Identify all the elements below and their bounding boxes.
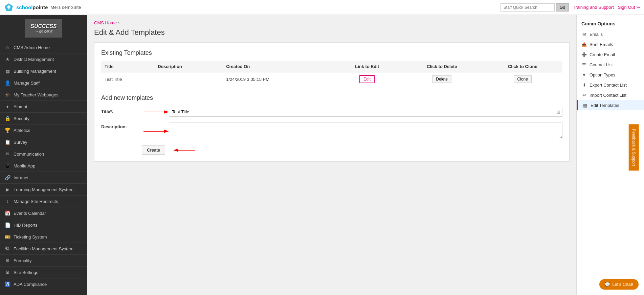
rp-label-sent-emails: Sent Emails xyxy=(590,42,613,47)
create-button[interactable]: Create xyxy=(142,145,165,155)
lms-icon: ▶ xyxy=(5,187,10,192)
sidebar-item-label-ada-compliance: ADA Compliance xyxy=(14,282,47,287)
rp-label-edit-templates: Edit Templates xyxy=(591,103,619,108)
sidebar-item-facilities-management[interactable]: 🏗Facilities Management System xyxy=(0,243,87,255)
events-calendar-icon: 📅 xyxy=(5,210,10,216)
sidebar-item-manage-staff[interactable]: 👤Manage Staff xyxy=(0,77,87,89)
sidebar-item-site-settings[interactable]: ⚙Site Settings xyxy=(0,267,87,278)
sidebar-item-mobile-app[interactable]: 📱Mobile App xyxy=(0,160,87,172)
my-teacher-webpages-icon: 🎓 xyxy=(5,92,10,97)
clone-button[interactable]: Clone xyxy=(514,75,532,83)
ada-compliance-icon: ♿ xyxy=(5,281,10,287)
sidebar-item-label-formality: Formality xyxy=(14,258,31,263)
row-title: Test Title xyxy=(101,72,154,86)
signout-link[interactable]: Sign Out xyxy=(618,5,640,10)
chat-label: Let's Chat! xyxy=(612,282,633,287)
export-contact-list-rp-icon: ⬇ xyxy=(581,82,587,88)
feedback-tab[interactable]: Feedback & Support xyxy=(628,124,639,171)
sidebar-item-communication[interactable]: ✉Communication xyxy=(0,148,87,160)
go-button[interactable]: Go xyxy=(556,3,569,12)
table-row: Test Title 1/24/2019 3:05:15 PM Edit Del… xyxy=(101,72,562,86)
edit-templates-rp-icon: ▦ xyxy=(582,103,588,108)
search-input[interactable] xyxy=(501,3,555,12)
svg-marker-8 xyxy=(173,149,178,152)
sidebar-item-survey[interactable]: 📋Survey xyxy=(0,136,87,148)
sidebar-item-my-teacher-webpages[interactable]: 🎓My Teacher Webpages xyxy=(0,89,87,101)
breadcrumb-separator: › xyxy=(118,20,119,25)
sidebar-item-lms[interactable]: ▶Learning Management System xyxy=(0,184,87,196)
live-chat-button[interactable]: 💬 Let's Chat! xyxy=(599,279,639,290)
right-panel-item-create-email[interactable]: ➕Create Email xyxy=(577,49,644,60)
facilities-management-icon: 🏗 xyxy=(5,246,10,251)
sidebar-item-building-management[interactable]: ▦Building Management xyxy=(0,65,87,77)
create-button-row: Create xyxy=(101,145,562,155)
sidebar-item-label-survey: Survey xyxy=(14,140,27,145)
title-input-icon: ⊞ xyxy=(556,109,560,115)
sidebar-item-cms-admin-home[interactable]: ⌂CMS Admin Home xyxy=(0,42,87,53)
schoolpointe-logo-icon xyxy=(4,3,14,12)
sent-emails-rp-icon: 📤 xyxy=(581,42,587,47)
col-link-to-edit: Link to Edit xyxy=(333,61,401,72)
description-input[interactable] xyxy=(169,122,562,139)
right-panel-item-option-types[interactable]: ▼Option Types xyxy=(577,70,644,80)
training-support-link[interactable]: Training and Support xyxy=(573,5,614,10)
delete-button[interactable]: Delete xyxy=(432,75,451,83)
row-description xyxy=(154,72,223,86)
rp-label-import-contact-list: Import Contact List xyxy=(590,93,626,98)
content-area: CMS Home › Edit & Add Templates Existing… xyxy=(87,15,576,295)
sidebar-item-ada-compliance[interactable]: ♿ADA Compliance xyxy=(0,278,87,290)
site-name: Mel's demo site xyxy=(50,5,81,10)
title-arrow-indicator xyxy=(142,109,169,115)
sidebar-items-container: ⌂CMS Admin Home★District Management▦Buil… xyxy=(0,42,87,290)
right-panel-item-emails[interactable]: ✉Emails xyxy=(577,29,644,39)
right-panel-item-edit-templates[interactable]: ▦Edit Templates xyxy=(577,100,644,110)
right-panel-item-contact-list[interactable]: ☰Contact List xyxy=(577,60,644,70)
sidebar-item-ticketing-system[interactable]: 🎫Ticketing System xyxy=(0,231,87,243)
col-created-on: Created On xyxy=(223,61,333,72)
title-input-wrap: ⊞ xyxy=(169,107,562,117)
top-navbar: schoolpointe Mel's demo site Go Training… xyxy=(0,0,644,15)
sidebar-item-manage-site-redirects[interactable]: ↕Manage Site Redirects xyxy=(0,196,87,207)
title-input[interactable] xyxy=(169,107,562,117)
edit-button[interactable]: Edit xyxy=(359,75,375,83)
sidebar-logo-image: SUCCESS → go get it xyxy=(25,19,62,38)
sidebar-item-athletics[interactable]: 🏆Athletics xyxy=(0,124,87,136)
sidebar-item-formality[interactable]: ⚙Formality xyxy=(0,255,87,267)
sidebar-item-security[interactable]: 🔒Security xyxy=(0,113,87,124)
svg-marker-6 xyxy=(164,130,169,133)
description-input-wrap xyxy=(169,122,562,140)
svg-marker-4 xyxy=(164,110,169,114)
sidebar-item-label-building-management: Building Management xyxy=(14,69,56,74)
sidebar-item-label-facilities-management: Facilities Management System xyxy=(14,246,73,251)
right-panel-item-import-contact-list[interactable]: ↩Import Contact List xyxy=(577,90,644,100)
templates-table: Title Description Created On Link to Edi… xyxy=(101,61,562,86)
col-click-to-clone: Click to Clone xyxy=(483,61,562,72)
sidebar-item-label-site-settings: Site Settings xyxy=(14,270,38,275)
sidebar-item-label-alumni: Alumni xyxy=(14,104,27,109)
sidebar-item-label-events-calendar: Events Calendar xyxy=(14,211,46,216)
sidebar-item-label-hib-reports: HIB Reports xyxy=(14,223,38,228)
rp-label-contact-list: Contact List xyxy=(590,62,613,67)
sidebar-item-events-calendar[interactable]: 📅Events Calendar xyxy=(0,207,87,219)
building-management-icon: ▦ xyxy=(5,68,10,74)
rp-label-option-types: Option Types xyxy=(590,72,615,77)
svg-point-2 xyxy=(7,6,10,8)
sidebar-item-intranet[interactable]: 🔗Intranet xyxy=(0,172,87,184)
sidebar-item-hib-reports[interactable]: 📄HIB Reports xyxy=(0,219,87,231)
rp-label-export-contact-list: Export Contact List xyxy=(590,83,627,88)
sidebar-item-label-ticketing-system: Ticketing System xyxy=(14,234,47,240)
right-panel-item-export-contact-list[interactable]: ⬇Export Contact List xyxy=(577,80,644,90)
row-edit-cell: Edit xyxy=(333,72,401,86)
col-title: Title xyxy=(101,61,154,72)
description-arrow-indicator xyxy=(142,128,169,135)
col-description: Description xyxy=(154,61,223,72)
ticketing-system-icon: 🎫 xyxy=(5,234,10,240)
description-label: Description: xyxy=(101,122,127,129)
breadcrumb-home[interactable]: CMS Home xyxy=(94,20,117,25)
sidebar-item-alumni[interactable]: ♦Alumni xyxy=(0,101,87,113)
sidebar-item-district-management[interactable]: ★District Management xyxy=(0,53,87,65)
right-panel-item-sent-emails[interactable]: 📤Sent Emails xyxy=(577,39,644,49)
title-form-row: Title*: ⊞ xyxy=(101,107,562,117)
sidebar-item-label-intranet: Intranet xyxy=(14,175,28,180)
sidebar-item-label-manage-staff: Manage Staff xyxy=(14,81,40,86)
